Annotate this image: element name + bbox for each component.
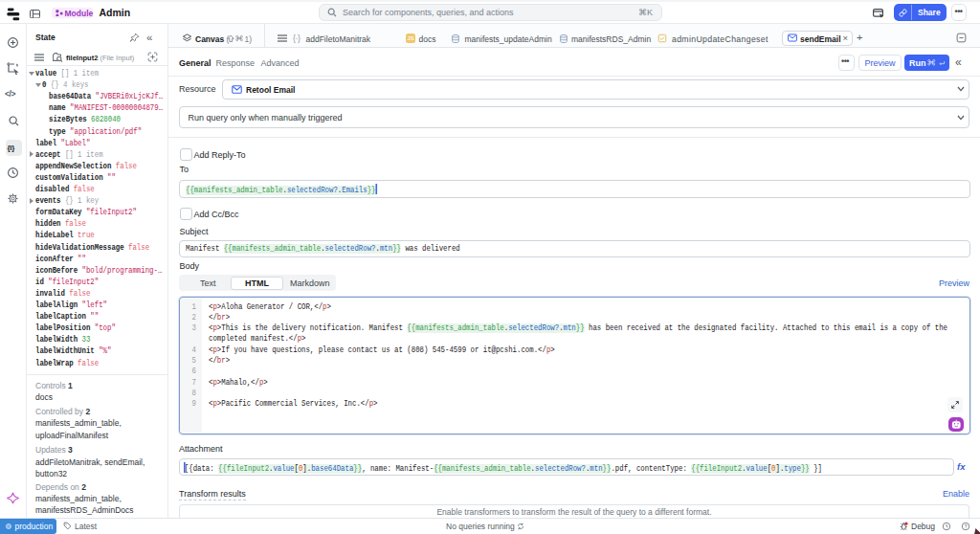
svg-text:?: ? xyxy=(965,523,968,528)
